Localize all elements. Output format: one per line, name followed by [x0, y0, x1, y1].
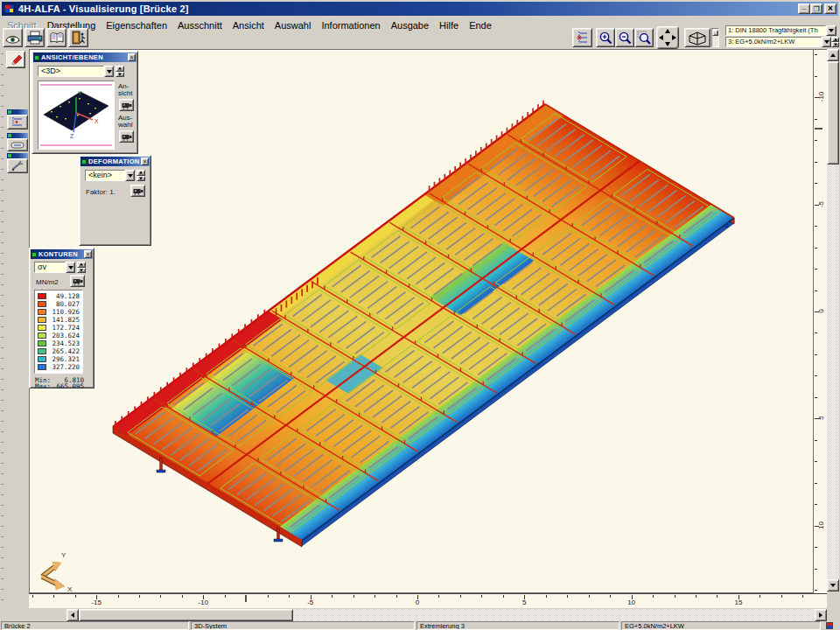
view-select-dropdown-icon[interactable]: [104, 66, 114, 77]
pan-up-icon[interactable]: [665, 29, 670, 33]
load-combination-spinner[interactable]: [831, 37, 839, 47]
viewport-3d[interactable]: YX: [29, 49, 813, 593]
apply-selection-button[interactable]: [119, 130, 134, 143]
view-select[interactable]: <3D>: [38, 66, 104, 77]
auswahl-label: Aus-wahl: [118, 115, 132, 129]
view-3d-box-icon: [687, 31, 708, 46]
legend-color-chip: [38, 364, 46, 370]
panel-deformation-titlebar[interactable]: DEFORMATION ×: [80, 157, 150, 166]
panel-close-icon[interactable]: ×: [84, 250, 92, 258]
ruler-label: 5: [522, 598, 526, 606]
ruler-right: -10-50510: [813, 49, 827, 593]
view-preview-thumbnail: Y X Z: [38, 81, 114, 149]
camera-icon: [122, 133, 132, 141]
view-3d-spinner[interactable]: [711, 28, 719, 47]
scroll-down-button[interactable]: [827, 579, 839, 592]
panel-konturen-titlebar[interactable]: KONTUREN ×: [31, 249, 93, 259]
load-combination-dropdown-icon[interactable]: [822, 37, 831, 47]
maximize-button[interactable]: ❐: [810, 4, 822, 14]
scroll-up-button[interactable]: [827, 49, 839, 61]
deformation-spinner[interactable]: [136, 170, 145, 181]
ruler-label: -5: [817, 195, 825, 213]
svg-text:X: X: [67, 585, 73, 593]
exit-button[interactable]: [68, 28, 88, 47]
deformation-select-value: <kein>: [88, 171, 112, 179]
legend-value: 141.825: [49, 316, 82, 324]
ruler-label: -15: [91, 598, 102, 606]
quantity-dropdown-icon[interactable]: [66, 262, 75, 273]
legend-value: 49.128: [49, 292, 82, 300]
panel-close-icon[interactable]: ×: [141, 158, 149, 165]
ruler-bottom: -15-10-5051015: [29, 593, 827, 608]
legend-row: 80.027: [36, 300, 82, 308]
camera-icon: [133, 187, 144, 195]
deformation-select[interactable]: <kein>: [85, 170, 125, 181]
view-filter-icon: [10, 141, 24, 150]
edit-button[interactable]: [6, 51, 25, 68]
load-case-dropdown-icon[interactable]: [826, 25, 836, 36]
horizontal-scrollbar[interactable]: [0, 609, 827, 621]
quantity-select[interactable]: σv: [34, 262, 66, 273]
vertical-scrollbar[interactable]: [827, 49, 839, 592]
scroll-left-button[interactable]: [66, 609, 79, 621]
help-button[interactable]: [46, 28, 66, 47]
quantity-select-value: σv: [38, 262, 46, 271]
panel-ansicht-titlebar[interactable]: ANSICHT/EBENEN ×: [33, 52, 136, 62]
min-panel-1-button[interactable]: [7, 115, 28, 130]
apply-view-button[interactable]: [119, 99, 134, 111]
legend-value: 172.724: [49, 324, 82, 332]
ruler-label: 0: [817, 303, 825, 320]
ruler-label: 5: [817, 410, 825, 427]
view-3d-button[interactable]: [684, 28, 710, 47]
apply-contours-button[interactable]: [70, 275, 85, 287]
min-panel-2-button[interactable]: [7, 138, 28, 151]
eye-icon: [4, 32, 21, 44]
load-case-value: 1: DIN 18800 Tragfähigkeit (Th: [728, 26, 818, 34]
spinner-down-icon[interactable]: [831, 42, 839, 47]
panel-icon: [34, 55, 39, 60]
zoom-out-icon: [618, 31, 633, 46]
legend-color-chip: [38, 293, 46, 299]
view-select-spinner[interactable]: [116, 66, 124, 77]
pan-down-icon[interactable]: [665, 42, 670, 46]
legend-color-chip: [38, 317, 46, 323]
zoom-window-icon: [637, 31, 652, 46]
horizontal-scroll-thumb[interactable]: [79, 609, 293, 621]
zoom-out-button[interactable]: [615, 28, 634, 47]
legend-row: 234.523: [36, 340, 82, 347]
scroll-right-button[interactable]: [815, 609, 827, 621]
pencil-icon: [10, 53, 23, 66]
print-button[interactable]: [24, 28, 45, 47]
view-preview[interactable]: Y X Z: [38, 80, 115, 150]
status-extremierung: Extremierung 3: [416, 621, 620, 630]
zoom-in-button[interactable]: [596, 28, 615, 47]
display-options-button[interactable]: [572, 28, 592, 47]
status-project: Brücke 2: [1, 621, 189, 630]
quantity-spinner[interactable]: [77, 262, 86, 273]
pan-control[interactable]: [656, 26, 679, 49]
pan-right-icon[interactable]: [672, 35, 676, 40]
panel-title: ANSICHT/EBENEN: [41, 53, 128, 61]
load-case-select[interactable]: 1: DIN 18800 Tragfähigkeit (Th: [725, 25, 826, 36]
load-combination-select[interactable]: 3: EG+5.0kN/m2+LKW: [725, 37, 822, 47]
close-button[interactable]: ×: [824, 4, 836, 14]
axis-triad: YX: [42, 551, 73, 593]
zoom-window-button[interactable]: [634, 28, 654, 47]
deformation-dropdown-icon[interactable]: [125, 170, 135, 181]
min-panel-3-button[interactable]: [7, 158, 28, 173]
camera-icon: [73, 277, 83, 285]
panel-konturen: KONTUREN × σv MN/m2 49.12880.027110.9261…: [29, 248, 94, 388]
redraw-button[interactable]: [3, 28, 23, 47]
panel-close-icon[interactable]: ×: [128, 53, 136, 61]
status-system: 3D-System: [191, 621, 415, 630]
title-bar: 4H-ALFA - Visualisierung [Brücke 2] _ ❐ …: [2, 2, 838, 16]
panel-title: DEFORMATION: [88, 158, 141, 165]
legend-row: 141.825: [36, 316, 82, 324]
ruler-label: -5: [307, 598, 313, 606]
legend-value: 203.624: [49, 332, 82, 340]
status-indicator-icon: [826, 622, 833, 629]
apply-deformation-button[interactable]: [130, 185, 145, 197]
minimize-button[interactable]: _: [798, 4, 810, 14]
vertical-scroll-thumb[interactable]: [827, 61, 839, 164]
pan-left-icon[interactable]: [659, 35, 663, 40]
